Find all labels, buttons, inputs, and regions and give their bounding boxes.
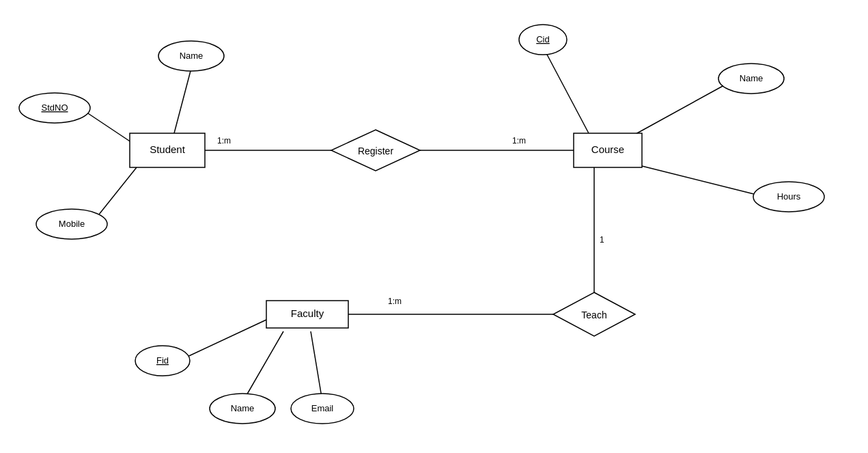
relationship-teach-label: Teach: [581, 310, 606, 320]
line-stdno-student: [82, 109, 133, 143]
line-coursename-course: [628, 85, 724, 138]
attr-faculty-name-label: Name: [231, 403, 255, 413]
attr-email-label: Email: [311, 403, 334, 413]
entity-faculty-label: Faculty: [291, 307, 324, 319]
cardinality-course-register: 1:m: [512, 136, 526, 146]
attr-cid-label: Cid: [536, 34, 550, 44]
line-cid-course: [546, 53, 589, 133]
line-facname-faculty: [243, 331, 283, 401]
attr-course-name-label: Name: [740, 73, 764, 83]
line-fid-faculty: [183, 320, 266, 359]
line-email-faculty: [311, 331, 322, 401]
relationship-register-label: Register: [358, 146, 393, 156]
line-hours-course: [628, 163, 757, 195]
attr-fid-label: Fid: [156, 355, 169, 366]
cardinality-faculty-teach: 1:m: [388, 297, 402, 306]
attr-student-name-label: Name: [180, 51, 204, 61]
er-diagram: Student Course Faculty Register Teach St…: [0, 0, 868, 453]
line-name-student: [174, 68, 191, 133]
line-mobile-student: [96, 167, 137, 219]
cardinality-student-register: 1:m: [217, 136, 231, 146]
attr-hours-label: Hours: [777, 191, 801, 202]
attr-mobile-label: Mobile: [59, 219, 85, 229]
entity-student-label: Student: [150, 143, 186, 155]
cardinality-course-teach: 1: [600, 235, 604, 245]
attr-stdno-label: StdNO: [41, 102, 68, 113]
entity-course-label: Course: [591, 143, 624, 155]
